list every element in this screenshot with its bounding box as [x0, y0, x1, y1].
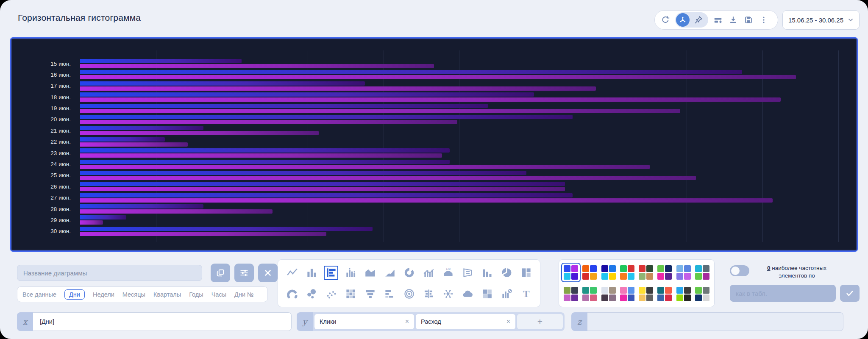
x-axis-field[interactable]: [Дни]	[33, 312, 292, 331]
palette-swatch	[620, 295, 627, 301]
duplicate-button[interactable]	[211, 264, 230, 282]
palette-option-6[interactable]	[657, 265, 672, 280]
y-axis-label: 29 июн.	[18, 217, 80, 223]
color-palette-picker	[559, 259, 715, 307]
bars-annotated-icon[interactable]	[499, 286, 514, 301]
palette-swatch	[609, 287, 616, 294]
palette-option-8[interactable]	[695, 265, 709, 280]
funnel-icon[interactable]	[363, 286, 377, 301]
radial-spokes-icon[interactable]	[441, 286, 455, 301]
y-axis-label: 30 июн.	[18, 228, 80, 234]
bars-descending-icon[interactable]	[480, 266, 494, 280]
apply-button[interactable]	[840, 285, 860, 302]
gauge-icon[interactable]	[285, 286, 299, 301]
palette-swatch	[628, 295, 634, 301]
bar-group	[80, 115, 850, 124]
frequency-input-row: как в табл.	[730, 285, 860, 302]
palette-option-4[interactable]	[620, 265, 634, 280]
tab-Дни[interactable]: Дни	[64, 289, 85, 300]
palette-option-1[interactable]	[564, 265, 578, 280]
chart-name-input[interactable]: Название диаграммы	[17, 265, 202, 281]
download-icon[interactable]	[728, 14, 739, 25]
tab-Недели[interactable]: Недели	[93, 291, 114, 298]
gantt-icon[interactable]	[382, 286, 397, 301]
y-axis-label: 26 июн.	[18, 183, 80, 190]
bar-chart-icon[interactable]	[304, 266, 319, 280]
treemap-icon[interactable]	[519, 266, 533, 280]
bar-Расход	[80, 109, 680, 113]
metric-card-icon[interactable]: 120	[441, 266, 455, 280]
z-axis-field[interactable]	[587, 312, 843, 331]
bar-Клики	[80, 115, 573, 119]
y-field-chip-Клики[interactable]: Клики×	[314, 314, 414, 329]
bar-group	[80, 59, 850, 68]
frequency-toggle[interactable]	[730, 265, 749, 276]
bar-Расход	[80, 209, 273, 214]
text-block-icon[interactable]: T	[519, 286, 533, 301]
y-field-chip-Расход[interactable]: Расход×	[416, 314, 515, 329]
quadrant-icon[interactable]	[480, 286, 494, 301]
save-icon[interactable]	[743, 14, 754, 25]
cloud-icon[interactable]	[460, 286, 475, 301]
frequency-count[interactable]: 0	[767, 265, 771, 271]
bubble-chart-icon[interactable]	[304, 286, 319, 301]
add-y-field-button[interactable]: +	[517, 314, 563, 329]
bar-horizontal-icon[interactable]	[324, 266, 338, 280]
area-smooth-icon[interactable]	[382, 266, 397, 280]
bar-Расход	[80, 64, 434, 68]
tab-Дни №[interactable]: Дни №	[234, 291, 254, 298]
refresh-icon[interactable]	[660, 14, 671, 25]
palette-option-14[interactable]	[657, 287, 672, 301]
palette-option-15[interactable]	[676, 287, 691, 301]
bar-Клики	[80, 126, 203, 130]
close-button[interactable]	[258, 264, 278, 282]
remove-field-icon[interactable]: ×	[506, 318, 510, 325]
bars-with-line-icon[interactable]	[421, 266, 436, 280]
palette-swatch	[703, 265, 709, 272]
y-axis-label: 24 июн.	[18, 161, 80, 167]
bar-group	[80, 215, 850, 225]
palette-option-5[interactable]	[639, 265, 653, 280]
settings-sliders-button[interactable]	[234, 264, 254, 282]
palette-option-9[interactable]	[564, 287, 578, 301]
scatter-plot-icon[interactable]	[324, 286, 338, 301]
palette-option-16[interactable]	[695, 287, 709, 301]
kebab-menu-icon[interactable]	[758, 14, 769, 25]
tab-Все данные[interactable]: Все данные	[22, 291, 56, 298]
z-axis-tag: z	[571, 312, 587, 331]
frequency-input[interactable]: как в табл.	[730, 285, 836, 302]
heatmap-grid-icon[interactable]	[343, 286, 358, 301]
bar-Клики	[80, 137, 165, 142]
tab-Кварталы[interactable]: Кварталы	[153, 291, 181, 298]
palette-swatch	[582, 265, 589, 272]
date-range-picker[interactable]: 15.06.25 - 30.06.25	[782, 10, 860, 30]
palette-swatch	[601, 295, 608, 301]
palette-option-10[interactable]	[582, 287, 597, 301]
remove-field-icon[interactable]: ×	[405, 318, 409, 325]
palette-option-12[interactable]	[620, 287, 634, 301]
tab-Часы[interactable]: Часы	[211, 291, 226, 298]
chart-row: 27 июн.	[18, 193, 850, 203]
palette-swatch	[676, 265, 683, 272]
palette-option-3[interactable]	[601, 265, 616, 280]
palette-option-11[interactable]	[601, 287, 616, 301]
line-chart-icon[interactable]	[285, 266, 299, 280]
pin-icon[interactable]	[693, 14, 704, 25]
palette-option-2[interactable]	[582, 265, 597, 280]
chart-widget[interactable]: 15 июн.16 июн.17 июн.18 июн.19 июн.20 ию…	[10, 37, 858, 252]
donut-chart-icon[interactable]	[402, 266, 416, 280]
y-axis-fields: Клики×Расход×+	[313, 312, 565, 331]
distribute-nodes-icon[interactable]	[676, 13, 690, 27]
tornado-icon[interactable]	[421, 286, 436, 301]
flag-lines-icon[interactable]	[460, 266, 475, 280]
concentric-rings-icon[interactable]	[402, 286, 416, 301]
tab-Годы[interactable]: Годы	[189, 291, 203, 298]
palette-option-13[interactable]	[639, 287, 653, 301]
bar-grouped-icon[interactable]	[343, 266, 358, 280]
area-chart-icon[interactable]	[363, 266, 377, 280]
pie-chart-icon[interactable]	[499, 266, 514, 280]
palette-swatch	[665, 287, 672, 294]
palette-option-7[interactable]	[676, 265, 691, 280]
add-widget-icon[interactable]	[712, 14, 723, 25]
tab-Месяцы[interactable]: Месяцы	[122, 291, 145, 298]
